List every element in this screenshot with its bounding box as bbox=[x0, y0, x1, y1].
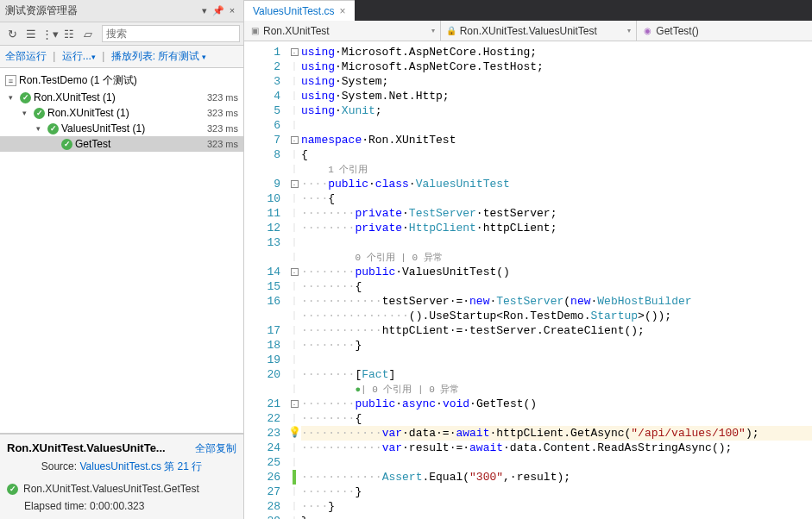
expand-arrow[interactable]: ▾ bbox=[9, 93, 17, 102]
fold-toggle[interactable]: - bbox=[291, 400, 299, 408]
pin-icon[interactable]: 📌 bbox=[212, 5, 224, 16]
detail-testname: Ron.XUnitTest.ValuesUnitTest.GetTest bbox=[23, 483, 199, 495]
source-label: Source: bbox=[41, 460, 80, 472]
detail-test-row: ✓ Ron.XUnitTest.ValuesUnitTest.GetTest bbox=[7, 483, 236, 495]
code-content: using·Microsoft.AspNetCore.Hosting;using… bbox=[301, 41, 812, 519]
chevron-down-icon: ▾ bbox=[431, 27, 435, 34]
tree-node[interactable]: ▾ ✓ Ron.XUnitTest (1) 323 ms bbox=[0, 105, 243, 121]
change-marker bbox=[293, 470, 296, 485]
filter-bar: 全部运行 | 运行...▾ | 播放列表: 所有测试 ▾ bbox=[0, 46, 243, 68]
bulb-icon[interactable]: 💡 bbox=[288, 427, 301, 439]
run-all-link[interactable]: 全部运行 bbox=[5, 50, 47, 62]
tab-label: ValuesUnitTest.cs bbox=[253, 5, 334, 17]
test-toolbar: ↻ ☰ ⋮▾ ☷ ▱ bbox=[0, 22, 243, 46]
expand-arrow[interactable]: ▾ bbox=[22, 109, 31, 117]
node-duration: 323 ms bbox=[207, 139, 238, 149]
code-editor[interactable]: 1234567891011121314151617181920212223242… bbox=[244, 41, 812, 519]
nav-namespace[interactable]: ▣ Ron.XUnitTest ▾ bbox=[244, 21, 441, 41]
nav-method[interactable]: ◉ GetTest() ▾ bbox=[637, 21, 812, 41]
node-duration: 323 ms bbox=[207, 108, 238, 118]
separator: | bbox=[53, 50, 55, 62]
pane-title: 测试资源管理器 bbox=[5, 3, 78, 18]
summary-text: Ron.TestDemo (1 个测试) bbox=[19, 73, 137, 88]
pass-icon: ✓ bbox=[20, 92, 31, 103]
tree-node[interactable]: ✓ GetTest 323 ms bbox=[0, 136, 243, 152]
summary-row[interactable]: ≡ Ron.TestDemo (1 个测试) bbox=[0, 72, 243, 90]
test-detail: Ron.XUnitTest.ValuesUnitTe... 全部复制 Sourc… bbox=[0, 434, 243, 519]
dropdown-icon[interactable]: ▾ bbox=[198, 5, 211, 16]
close-icon[interactable]: × bbox=[226, 5, 238, 16]
tab-close-icon[interactable]: × bbox=[339, 5, 345, 17]
pane-header: 测试资源管理器 ▾ 📌 × bbox=[0, 0, 243, 22]
tree-node[interactable]: ▾ ✓ ValuesUnitTest (1) 323 ms bbox=[0, 121, 243, 136]
playlist-link[interactable]: 播放列表: 所有测试 bbox=[111, 50, 200, 62]
hierarchy-icon[interactable]: ⋮▾ bbox=[41, 25, 59, 42]
detail-title: Ron.XUnitTest.ValuesUnitTe... bbox=[7, 441, 166, 454]
elapsed-row: Elapsed time: 0:00:00.323 bbox=[24, 500, 236, 512]
pass-icon: ✓ bbox=[47, 123, 59, 134]
editor-pane: ValuesUnitTest.cs × ▣ Ron.XUnitTest ▾ 🔒 … bbox=[244, 0, 812, 519]
copy-all-link[interactable]: 全部复制 bbox=[195, 441, 236, 456]
test-explorer-panel: 测试资源管理器 ▾ 📌 × ↻ ☰ ⋮▾ ☷ ▱ 全部运行 | 运行...▾ |… bbox=[0, 0, 244, 519]
nav-class[interactable]: 🔒 Ron.XUnitTest.ValuesUnitTest ▾ bbox=[441, 21, 638, 41]
source-link[interactable]: ValuesUnitTest.cs 第 21 行 bbox=[79, 460, 202, 472]
project-icon: ▣ bbox=[249, 26, 260, 36]
line-numbers: 1234567891011121314151617181920212223242… bbox=[244, 41, 287, 519]
class-icon: 🔒 bbox=[446, 26, 456, 36]
filter-icon[interactable]: ▱ bbox=[79, 25, 97, 42]
fold-toggle[interactable]: - bbox=[291, 180, 299, 188]
fold-column: -|||||-||-|||||-||||||||-|💡|||||| bbox=[287, 41, 301, 519]
info-icon: ≡ bbox=[5, 75, 16, 86]
node-duration: 323 ms bbox=[207, 92, 238, 103]
separator: | bbox=[102, 50, 104, 62]
node-label: ValuesUnitTest (1) bbox=[61, 122, 145, 134]
pass-icon: ✓ bbox=[61, 139, 72, 150]
node-label: GetTest bbox=[75, 138, 110, 150]
node-label: Ron.XUnitTest (1) bbox=[34, 91, 116, 103]
pass-icon: ✓ bbox=[7, 484, 18, 495]
pane-controls: ▾ 📌 × bbox=[198, 5, 238, 16]
node-duration: 323 ms bbox=[207, 123, 238, 134]
tab-bar: ValuesUnitTest.cs × bbox=[244, 0, 812, 21]
group-icon[interactable]: ☰ bbox=[22, 25, 40, 42]
nav-bar: ▣ Ron.XUnitTest ▾ 🔒 Ron.XUnitTest.Values… bbox=[244, 21, 812, 41]
list-icon[interactable]: ☷ bbox=[60, 25, 78, 42]
file-tab[interactable]: ValuesUnitTest.cs × bbox=[244, 0, 355, 21]
expand-arrow[interactable]: ▾ bbox=[36, 124, 45, 133]
fold-toggle[interactable]: - bbox=[291, 268, 299, 276]
node-label: Ron.XUnitTest (1) bbox=[47, 107, 129, 119]
pass-icon: ✓ bbox=[34, 108, 45, 119]
search-input[interactable] bbox=[102, 25, 240, 42]
tree-node[interactable]: ▾ ✓ Ron.XUnitTest (1) 323 ms bbox=[0, 90, 243, 105]
method-icon: ◉ bbox=[642, 26, 652, 36]
run-link[interactable]: 运行... bbox=[62, 50, 91, 62]
chevron-down-icon: ▾ bbox=[627, 27, 631, 34]
fold-toggle[interactable]: - bbox=[291, 48, 299, 56]
fold-toggle[interactable]: - bbox=[291, 136, 299, 144]
test-tree: ≡ Ron.TestDemo (1 个测试) ▾ ✓ Ron.XUnitTest… bbox=[0, 68, 243, 434]
refresh-icon[interactable]: ↻ bbox=[3, 25, 21, 42]
